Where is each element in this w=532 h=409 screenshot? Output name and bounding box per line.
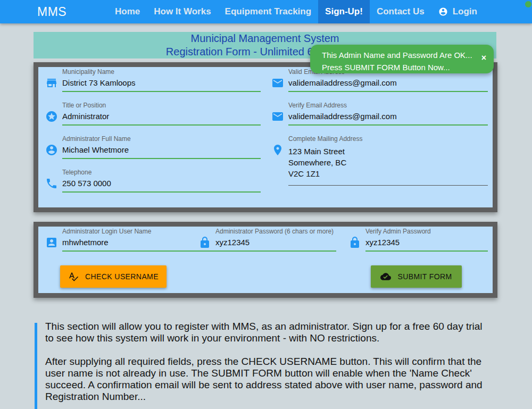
person-circle-icon (45, 144, 58, 156)
brand-logo: MMS (37, 5, 66, 19)
toast-message: This Admin Name and Password Are OK... P… (322, 49, 472, 73)
nav-item-home[interactable]: Home (108, 0, 147, 23)
submit-form-button[interactable]: SUBMIT FORM (371, 265, 462, 288)
toast-notification: This Admin Name and Password Are OK... P… (310, 45, 494, 73)
admin-password-input[interactable] (215, 237, 336, 252)
info-section: This section will allow you to register … (45, 321, 493, 409)
nav-menu: Home How It Works Equipment Tracking Sig… (108, 0, 484, 23)
submit-form-label: SUBMIT FORM (397, 272, 452, 281)
field-label: Verify Email Address (288, 102, 347, 109)
nav-item-sign-up[interactable]: Sign-Up! (318, 0, 370, 23)
field-label: Administrator Full Name (62, 135, 131, 143)
nav-login-button[interactable]: Login (431, 0, 484, 23)
status-dot (525, 1, 531, 7)
spellcheck-icon (68, 271, 79, 282)
email-icon (271, 77, 284, 89)
nav-item-contact-us[interactable]: Contact Us (370, 0, 431, 23)
star-circle-icon (45, 110, 58, 123)
account-box-icon (45, 236, 58, 249)
field-label: Administrator Password (6 chars or more) (215, 228, 334, 235)
credentials-panel: Administrator Login User Name Administra… (34, 222, 497, 298)
telephone-input[interactable] (62, 178, 261, 193)
email-icon (271, 110, 284, 123)
lock-icon (348, 236, 361, 249)
field-label: Verify Admin Password (365, 228, 431, 235)
field-label: Complete Mailing Address (288, 135, 362, 143)
check-username-button[interactable]: CHECK USERNAME (60, 265, 167, 288)
location-pin-icon (271, 144, 284, 156)
toast-message-line2: Press SUBMIT FORM Button Now... (322, 61, 472, 73)
registration-panel: Municipality Name Title or Position Admi… (34, 62, 497, 212)
mailing-address-textarea[interactable] (288, 146, 488, 186)
field-label: Telephone (62, 169, 92, 176)
page-title-line1: Municipal Management System (34, 32, 496, 45)
cloud-done-icon (380, 271, 391, 282)
person-icon (438, 7, 448, 16)
title-position-input[interactable] (62, 111, 261, 126)
top-navbar: MMS Home How It Works Equipment Tracking… (0, 0, 532, 23)
info-accent-bar (35, 323, 37, 409)
info-paragraph-2: After supplying all required fields, pre… (45, 356, 493, 403)
verify-email-input[interactable] (288, 111, 488, 126)
toast-message-line1: This Admin Name and Password Are OK... (322, 49, 472, 61)
nav-item-equipment-tracking[interactable]: Equipment Tracking (218, 0, 318, 23)
close-icon: × (481, 53, 486, 62)
admin-full-name-input[interactable] (62, 144, 261, 159)
store-icon (45, 77, 58, 89)
field-label: Title or Position (62, 102, 106, 109)
lock-icon (198, 236, 211, 249)
phone-icon (45, 177, 58, 190)
valid-email-input[interactable] (288, 77, 488, 92)
field-label: Municipality Name (62, 68, 114, 76)
check-username-label: CHECK USERNAME (85, 272, 159, 281)
toast-close-button[interactable]: × (481, 53, 486, 63)
field-label: Administrator Login User Name (62, 228, 151, 235)
nav-item-how-it-works[interactable]: How It Works (147, 0, 218, 23)
info-paragraph-1: This section will allow you to register … (45, 321, 493, 344)
nav-login-label: Login (453, 6, 477, 17)
municipality-name-input[interactable] (62, 77, 261, 92)
verify-password-input[interactable] (365, 237, 488, 252)
